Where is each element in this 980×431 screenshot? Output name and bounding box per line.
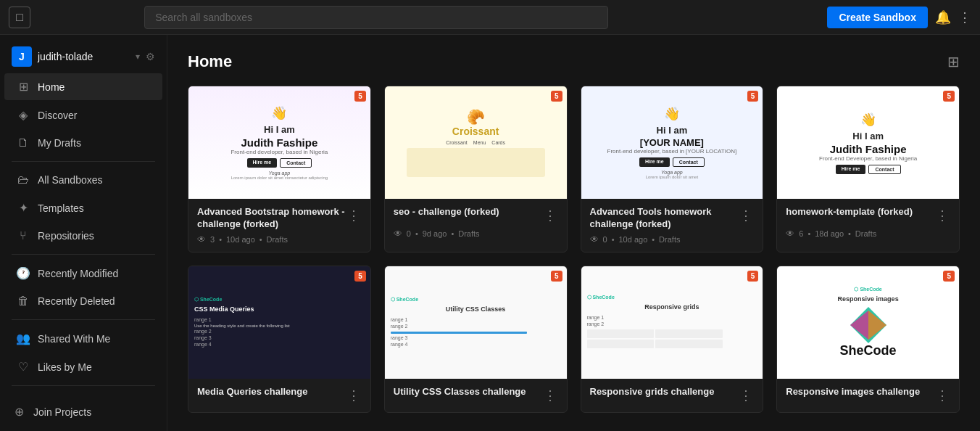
sidebar-user[interactable]: J judith-tolade ▾ ⚙ bbox=[0, 41, 167, 73]
card-preview: 5 ⬡ SheCode Responsive grids range 1 ran… bbox=[581, 266, 763, 379]
topbar: □ Create Sandbox 🔔 ⋮ bbox=[0, 0, 980, 35]
card-info: seo - challenge (forked) ⋮ 👁 0 • 9d ago … bbox=[385, 199, 567, 246]
sidebar-item-my-drafts[interactable]: 🗋 My Drafts bbox=[4, 130, 162, 156]
card-info: Media Queries challenge ⋮ bbox=[188, 379, 370, 412]
sidebar: J judith-tolade ▾ ⚙ ⊞ Home ◈ Discover 🗋 … bbox=[0, 35, 167, 431]
eye-icon: 👁 bbox=[786, 229, 794, 239]
sidebar-item-all-sandboxes[interactable]: 🗁 All Sandboxes bbox=[4, 167, 162, 193]
preview-content: ⬡ SheCode CSS Media Queries range 1 Use … bbox=[188, 266, 370, 379]
html5-badge: 5 bbox=[354, 271, 366, 282]
drafts-icon: 🗋 bbox=[16, 136, 30, 149]
sidebar-item-label: Likes by Me bbox=[38, 361, 92, 373]
create-sandbox-button[interactable]: Create Sandbox bbox=[827, 7, 928, 28]
svg-marker-2 bbox=[850, 311, 868, 340]
divider bbox=[12, 385, 155, 386]
card-location: Drafts bbox=[267, 235, 288, 244]
search-input[interactable] bbox=[144, 6, 608, 29]
username-label: judith-tolade bbox=[38, 51, 130, 62]
sidebar-item-recently-modified[interactable]: 🕐 Recently Modified bbox=[4, 260, 162, 287]
sidebar-item-likes-by-me[interactable]: ♡ Likes by Me bbox=[4, 353, 162, 380]
card-more-menu[interactable]: ⋮ bbox=[934, 206, 950, 225]
content-area: Home ⊞ 5 👋 Hi I am Judith Fashipe Front-… bbox=[167, 35, 980, 431]
gear-icon[interactable]: ⚙ bbox=[146, 51, 155, 62]
main-layout: J judith-tolade ▾ ⚙ ⊞ Home ◈ Discover 🗋 … bbox=[0, 35, 980, 431]
sidebar-item-label: Recently Deleted bbox=[38, 295, 115, 307]
chevron-down-icon: ▾ bbox=[136, 52, 140, 62]
sandbox-card-responsive-grids[interactable]: 5 ⬡ SheCode Responsive grids range 1 ran… bbox=[581, 266, 764, 413]
more-menu-icon[interactable]: ⋮ bbox=[958, 9, 971, 25]
sidebar-item-templates[interactable]: ✦ Templates bbox=[4, 194, 162, 221]
sandbox-card-utility-css[interactable]: 5 ⬡ SheCode Utility CSS Classes range 1 … bbox=[384, 266, 568, 413]
sidebar-item-repositories[interactable]: ⑂ Repositories bbox=[4, 223, 162, 249]
topbar-actions: Create Sandbox 🔔 ⋮ bbox=[827, 7, 971, 28]
divider bbox=[12, 319, 155, 320]
sidebar-item-join-projects[interactable]: ⊕ Join Projects bbox=[0, 398, 167, 425]
card-more-menu[interactable]: ⋮ bbox=[934, 386, 950, 405]
card-more-menu[interactable]: ⋮ bbox=[346, 206, 362, 225]
sidebar-item-discover[interactable]: ◈ Discover bbox=[4, 102, 162, 128]
card-preview: 5 ⬡ SheCode CSS Media Queries range 1 Us… bbox=[188, 266, 370, 379]
card-meta: 👁 3 • 10d ago • Drafts bbox=[197, 234, 362, 245]
card-preview: 5 👋 Hi I am [YOUR NAME] Front-end develo… bbox=[581, 86, 763, 199]
eye-icon: 👁 bbox=[394, 229, 402, 239]
logo-icon: □ bbox=[16, 11, 23, 24]
card-views: 3 bbox=[210, 235, 215, 244]
card-info: Advanced Bootstrap homework - challenge … bbox=[188, 199, 370, 252]
sidebar-item-home[interactable]: ⊞ Home bbox=[4, 73, 162, 100]
card-more-menu[interactable]: ⋮ bbox=[542, 206, 558, 225]
heart-icon: ♡ bbox=[16, 360, 30, 374]
preview-content: 👋 Hi I am Judith Fashipe Front-end Devel… bbox=[777, 86, 959, 199]
sidebar-item-recently-deleted[interactable]: 🗑 Recently Deleted bbox=[4, 288, 162, 314]
repositories-icon: ⑂ bbox=[16, 229, 30, 242]
sidebar-item-label: My Drafts bbox=[38, 137, 81, 149]
app-logo[interactable]: □ bbox=[9, 7, 30, 28]
card-preview: 5 🥐 Croissant CroissantMenuCards bbox=[385, 86, 567, 199]
sandbox-card-seo-challenge[interactable]: 5 🥐 Croissant CroissantMenuCards seo - c… bbox=[384, 86, 568, 253]
card-more-menu[interactable]: ⋮ bbox=[542, 386, 558, 405]
home-icon: ⊞ bbox=[16, 80, 30, 94]
sidebar-item-label: Join Projects bbox=[33, 406, 91, 418]
sandbox-card-homework-template[interactable]: 5 👋 Hi I am Judith Fashipe Front-end Dev… bbox=[776, 86, 960, 253]
card-more-menu[interactable]: ⋮ bbox=[346, 386, 362, 405]
card-info: homework-template (forked) ⋮ 👁 6 • 18d a… bbox=[777, 199, 959, 246]
card-views: 0 bbox=[407, 229, 411, 238]
card-time: 18d ago bbox=[815, 229, 844, 238]
card-location: Drafts bbox=[458, 229, 479, 238]
card-info: Advanced Tools homework challenge (forke… bbox=[581, 199, 763, 252]
preview-content: 👋 Hi I am Judith Fashipe Front-end devel… bbox=[188, 86, 370, 199]
sandbox-card-tools-homework[interactable]: 5 👋 Hi I am [YOUR NAME] Front-end develo… bbox=[581, 86, 764, 253]
card-preview: 5 ⬡ SheCode Utility CSS Classes range 1 … bbox=[385, 266, 567, 379]
sandbox-card-responsive-images[interactable]: 5 ⬡ SheCode Responsive images SheCode bbox=[776, 266, 960, 413]
shecode-logo-svg bbox=[850, 307, 886, 343]
sandbox-card-media-queries[interactable]: 5 ⬡ SheCode CSS Media Queries range 1 Us… bbox=[188, 266, 371, 413]
card-time: 10d ago bbox=[618, 235, 647, 244]
card-more-menu[interactable]: ⋮ bbox=[738, 206, 754, 225]
shared-icon: 👥 bbox=[16, 332, 30, 345]
eye-icon: 👁 bbox=[590, 234, 599, 245]
card-meta: 👁 0 • 9d ago • Drafts bbox=[394, 229, 558, 239]
svg-marker-1 bbox=[868, 311, 886, 340]
notification-icon[interactable]: 🔔 bbox=[935, 9, 951, 25]
sandboxes-grid: 5 👋 Hi I am Judith Fashipe Front-end dev… bbox=[188, 86, 960, 413]
sidebar-item-shared-with-me[interactable]: 👥 Shared With Me bbox=[4, 325, 162, 352]
card-preview: 5 👋 Hi I am Judith Fashipe Front-end Dev… bbox=[777, 86, 959, 199]
card-preview: 5 👋 Hi I am Judith Fashipe Front-end dev… bbox=[188, 86, 370, 199]
discover-icon: ◈ bbox=[16, 108, 30, 122]
grid-toggle-button[interactable]: ⊞ bbox=[947, 53, 960, 70]
card-info: Responsive grids challenge ⋮ bbox=[581, 379, 763, 412]
card-views: 6 bbox=[799, 229, 803, 238]
preview-content: ⬡ SheCode Utility CSS Classes range 1 ra… bbox=[385, 266, 567, 379]
html5-badge: 5 bbox=[747, 271, 759, 282]
templates-icon: ✦ bbox=[16, 201, 30, 215]
preview-content: ⬡ SheCode Responsive grids range 1 range… bbox=[581, 266, 763, 379]
card-title: Media Queries challenge bbox=[197, 386, 307, 398]
content-header: Home ⊞ bbox=[188, 52, 960, 71]
card-more-menu[interactable]: ⋮ bbox=[738, 386, 754, 405]
join-icon: ⊕ bbox=[12, 405, 26, 419]
card-location: Drafts bbox=[659, 235, 680, 244]
divider bbox=[12, 254, 155, 255]
html5-badge: 5 bbox=[551, 271, 562, 282]
avatar: J bbox=[12, 46, 32, 67]
sandbox-card-bootstrap-homework[interactable]: 5 👋 Hi I am Judith Fashipe Front-end dev… bbox=[188, 86, 371, 253]
card-info: Utility CSS Classes challenge ⋮ bbox=[385, 379, 567, 412]
